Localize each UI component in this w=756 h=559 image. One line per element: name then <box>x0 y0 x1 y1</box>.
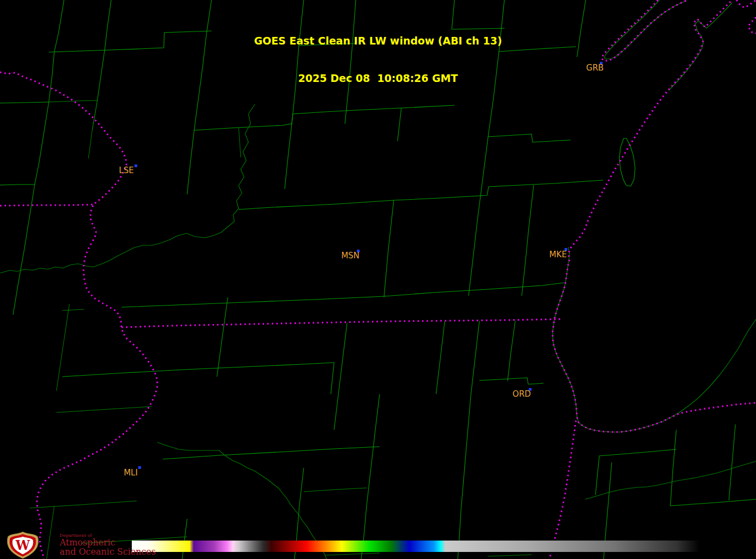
satellite-map-viewer: GOES East Clean IR LW window (ABI ch 13)… <box>0 0 756 559</box>
uw-crest-icon: W <box>3 531 42 559</box>
corner-shore-border <box>736 0 756 8</box>
logo-name-line2: and Oceanic Sciences <box>60 547 156 556</box>
ir-color-scale-bar <box>132 541 700 552</box>
map-timestamp: 2025 Dec 08 10:08:26 GMT <box>0 72 756 85</box>
mississippi-river-border <box>0 72 157 559</box>
il-in-border <box>549 421 576 559</box>
station-label-mke: MKE <box>536 251 580 259</box>
station-label-mli: MLI <box>109 469 152 477</box>
station-label-lse: LSE <box>105 167 148 175</box>
logo-name-line1: Atmospheric <box>60 538 156 547</box>
station-label-grb: GRB <box>573 64 617 72</box>
wisconsin-river <box>0 104 255 273</box>
map-title: GOES East Clean IR LW window (ABI ch 13) <box>0 35 756 47</box>
station-label-msn: MSN <box>329 252 372 260</box>
logo-text: Department of Atmospheric and Oceanic Sc… <box>60 531 156 556</box>
crest-letter: W <box>15 538 30 553</box>
station-label-ord: ORD <box>500 390 543 398</box>
title-block: GOES East Clean IR LW window (ABI ch 13)… <box>0 10 756 110</box>
lake-michigan-coast <box>553 247 756 432</box>
mn-ia-border <box>0 205 93 206</box>
uw-aos-logo: W Department of Atmospheric and Oceanic … <box>3 531 156 559</box>
wi-il-border <box>121 319 561 327</box>
